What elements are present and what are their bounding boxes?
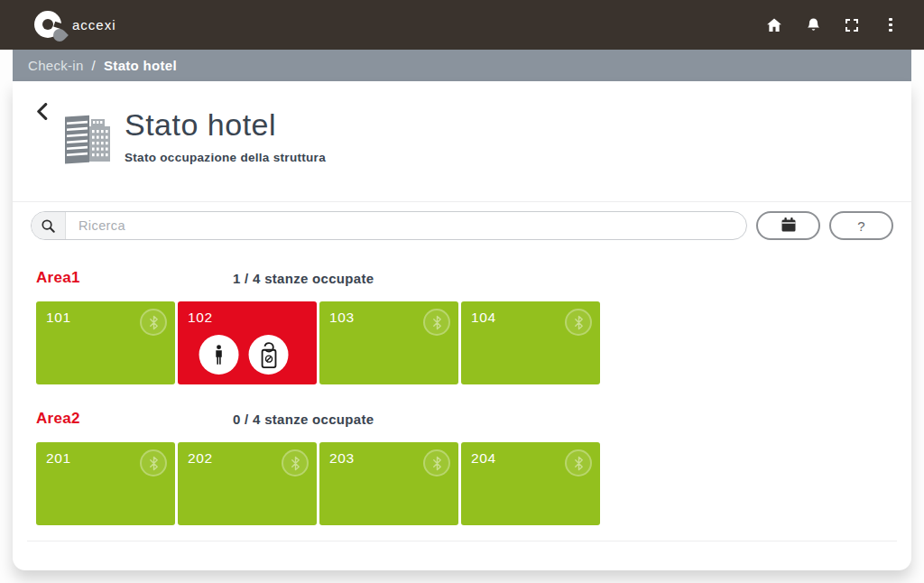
room-number: 204 [471,450,496,467]
bluetooth-icon [282,449,309,477]
area-occupancy: 1 / 4 stanze occupate [233,271,374,286]
area-name: Area1 [36,269,80,286]
room-tile[interactable]: 104 [461,301,600,384]
search-bar [31,211,747,240]
bluetooth-icon [565,309,592,336]
brand[interactable]: accexi [34,11,116,40]
person-icon [199,335,239,375]
calendar-icon [781,217,797,236]
page-subtitle: Stato occupazione della struttura [125,151,326,164]
room-tile[interactable]: 201 [36,442,175,525]
calendar-button[interactable] [756,211,820,240]
breadcrumb-checkin[interactable]: Check-in [28,58,84,73]
room-number: 102 [188,310,213,326]
room-status-icons [199,335,289,375]
room-tile[interactable]: 101 [36,301,175,384]
room-number: 201 [46,450,71,467]
breadcrumb-current: Stato hotel [104,58,177,73]
room-tile[interactable]: 103 [319,301,458,384]
bottom-divider [27,541,897,541]
area-occupancy: 0 / 4 stanze occupate [233,412,374,427]
page-title: Stato hotel [125,108,326,142]
room-tile[interactable]: 204 [461,442,600,525]
fullscreen-icon[interactable] [842,15,862,35]
toolbar: ? [13,201,911,249]
bell-icon[interactable] [803,15,823,35]
room-tile[interactable]: 203 [319,442,458,525]
area-name: Area2 [36,410,80,427]
bluetooth-icon [565,449,592,477]
room-tile[interactable]: 202 [178,442,317,525]
search-input[interactable] [66,212,746,239]
hotel-building-icon [60,106,114,170]
search-icon [32,212,66,239]
areas-list: Area1 1 / 4 stanze occupate 101 102 [13,269,911,525]
area-section-1: Area1 1 / 4 stanze occupate 101 102 [36,269,888,384]
room-number: 202 [188,450,213,467]
back-button[interactable] [36,101,52,121]
room-number: 203 [329,450,355,467]
brand-name: accexi [72,17,116,32]
bluetooth-icon [140,449,167,477]
breadcrumb-separator: / [92,58,96,73]
area-section-2: Area2 0 / 4 stanze occupate 201 202 203 [36,410,888,525]
main-card: Stato hotel Stato occupazione della stru… [13,81,911,570]
room-tiles-row: 101 102 103 [36,301,888,384]
accexi-logo-icon [34,11,63,40]
help-button[interactable]: ? [829,211,893,240]
bluetooth-icon [140,309,167,336]
room-tile[interactable]: 102 [178,301,317,384]
room-number: 104 [471,310,496,326]
bluetooth-icon [423,449,450,477]
room-tiles-row: 201 202 203 204 [36,442,888,525]
home-icon[interactable] [764,15,784,35]
title-section: Stato hotel Stato occupazione della stru… [13,81,911,201]
door-hanger-icon [249,335,289,375]
breadcrumb: Check-in / Stato hotel [13,50,911,81]
more-options-icon[interactable] [881,15,901,35]
top-bar: accexi [0,0,924,50]
bluetooth-icon [423,309,450,336]
room-number: 101 [46,310,71,326]
room-number: 103 [329,310,355,326]
